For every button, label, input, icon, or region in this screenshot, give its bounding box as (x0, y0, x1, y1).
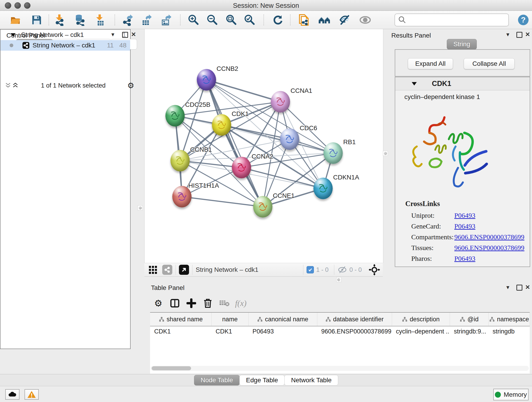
fit-content-crosshair-icon[interactable] (369, 264, 380, 275)
network-options-gear-icon[interactable]: ⚙ (127, 81, 134, 90)
results-panel-menu-icon[interactable]: ▾ (506, 31, 509, 38)
network-selection-status: 1 of 1 Network selected (19, 82, 127, 89)
cloud-icon (8, 391, 17, 398)
protein-ribbon-thumb (327, 147, 339, 160)
column-header-namespace[interactable]: namespace (488, 313, 530, 326)
column-header-name[interactable]: name (211, 313, 249, 326)
network-node-ccna1[interactable] (271, 91, 290, 113)
add-column-icon[interactable] (183, 296, 200, 311)
crosslink-row: Uniprot:P06493 (411, 211, 475, 219)
table-hscrollbar-thumb[interactable] (152, 366, 191, 370)
network-from-clipboard-icon[interactable] (298, 14, 310, 26)
network-node-ccna2[interactable] (232, 157, 251, 178)
import-network-database-icon[interactable] (74, 14, 86, 26)
column-header-description[interactable]: description (392, 313, 450, 326)
network-nodes: CCNB2 CCNA1 CDC25B CDK1 CDC6 RB1 CCNB1 C… (145, 29, 383, 263)
results-panel-close-icon[interactable]: ✕ (525, 31, 530, 38)
network-label: String Network – cdk1 (32, 42, 95, 49)
tab-network-table[interactable]: Network Table (284, 375, 338, 385)
network-node-cdc6[interactable] (280, 128, 299, 150)
table-cell[interactable]: CDK1 (150, 326, 211, 337)
export-table-icon[interactable] (141, 14, 152, 26)
show-columns-icon[interactable] (167, 296, 183, 311)
table-panel-menu-icon[interactable]: ▾ (506, 284, 509, 291)
column-header-database-identifier[interactable]: database identifier (317, 313, 392, 326)
entry-collapse-icon[interactable] (412, 82, 417, 85)
network-share-view-icon[interactable] (162, 265, 172, 275)
table-cell[interactable]: stringdb (488, 326, 530, 337)
birdseye-view-icon[interactable] (179, 265, 189, 275)
table-cell[interactable]: cyclin–dependent ... (392, 326, 450, 337)
collapse-all-icon[interactable] (5, 82, 12, 89)
expand-all-button[interactable]: Expand All (408, 58, 453, 69)
save-session-icon[interactable] (31, 14, 43, 26)
crosslink-link[interactable]: 9606.ENSP00000378699 (454, 233, 525, 241)
crosslink-link[interactable]: 9606.ENSP00000378699 (454, 244, 525, 251)
open-session-icon[interactable] (10, 14, 22, 26)
tab-string[interactable]: String (447, 39, 477, 50)
table-settings-gear-icon[interactable]: ⚙ (150, 296, 167, 311)
network-node-ccne1[interactable] (253, 196, 272, 217)
memory-button[interactable]: Memory (493, 389, 529, 400)
vertical-splitter-handle[interactable] (138, 205, 143, 211)
network-canvas[interactable]: CCNB2 CCNA1 CDC25B CDK1 CDC6 RB1 CCNB1 C… (144, 29, 383, 263)
collapse-all-button[interactable]: Collapse All (464, 58, 515, 69)
table-cell[interactable]: CDK1 (211, 326, 248, 337)
export-image-icon[interactable] (160, 14, 172, 26)
crosslink-link[interactable]: P06493 (454, 222, 475, 230)
zoom-out-icon[interactable] (206, 14, 218, 26)
table-panel-float-icon[interactable] (516, 285, 522, 291)
table-header-row: shared namenamecanonical namedatabase id… (150, 313, 530, 326)
table-cell[interactable]: stringdb:9... (450, 326, 488, 337)
column-header--id[interactable]: @id (450, 313, 489, 326)
selected-count-checkbox[interactable] (307, 266, 314, 274)
toolbar-separator (114, 14, 115, 26)
import-network-file-icon[interactable] (54, 14, 66, 26)
tree-expand-icon[interactable] (11, 33, 16, 37)
table-cell[interactable]: P06493 (248, 326, 317, 337)
zoom-in-icon[interactable] (188, 14, 200, 26)
help-icon[interactable]: ? (517, 14, 529, 26)
crosslink-label: Uniprot: (411, 211, 454, 219)
tab-node-table[interactable]: Node Table (194, 375, 240, 385)
zoom-fit-icon[interactable] (225, 14, 237, 26)
cloud-status-button[interactable] (5, 389, 19, 400)
results-panel-float-icon[interactable] (516, 32, 522, 38)
entry-header[interactable]: CDK1 (395, 77, 530, 90)
export-network-icon[interactable] (122, 14, 134, 26)
network-row-selected[interactable]: String Network – cdk1 11 48 (0, 40, 130, 51)
grid-view-icon[interactable] (148, 264, 158, 275)
column-header-canonical-name[interactable]: canonical name (248, 313, 317, 326)
table-panel-close-icon[interactable]: ✕ (525, 284, 530, 291)
results-panel-title: Results Panel (391, 32, 431, 39)
crosslink-link[interactable]: P06493 (454, 211, 475, 219)
protein-ribbon-thumb (174, 155, 186, 167)
memory-label: Memory (504, 391, 527, 398)
refresh-icon[interactable] (272, 14, 284, 26)
import-table-icon[interactable] (94, 14, 106, 26)
crosslink-link[interactable]: P06493 (454, 255, 475, 262)
zoom-selected-icon[interactable] (244, 14, 256, 26)
expand-all-icon[interactable] (12, 82, 19, 89)
network-node-rb1[interactable] (323, 142, 343, 164)
network-node-ccnb2[interactable] (197, 69, 216, 90)
tab-edge-table[interactable]: Edge Table (239, 375, 285, 385)
network-node-cdkn1a[interactable] (313, 178, 333, 199)
delete-column-trash-icon[interactable] (200, 296, 216, 311)
houses-icon[interactable] (318, 14, 330, 26)
column-header-shared-name[interactable]: shared name (150, 313, 212, 326)
network-node-cdc25b[interactable] (165, 105, 185, 127)
network-node-cdk1[interactable] (212, 114, 231, 136)
table-cell[interactable]: 9606.ENSP00000378699 (317, 326, 392, 337)
crosslink-row: GeneCard:P06493 (411, 222, 475, 230)
control-panel-close-icon[interactable]: ✕ (131, 31, 136, 38)
node-label: CCNB2 (216, 65, 238, 72)
search-input[interactable] (409, 15, 508, 25)
network-collection-row[interactable]: String Network – cdk1 1 (0, 30, 130, 40)
title-bar: Session: New Session (0, 0, 532, 11)
horizontal-splitter-handle[interactable] (336, 277, 341, 282)
show-eye-icon[interactable] (359, 14, 371, 26)
warnings-button[interactable] (25, 389, 39, 400)
hide-unhide-icon[interactable] (338, 14, 350, 26)
network-node-ccnb1[interactable] (171, 150, 190, 172)
